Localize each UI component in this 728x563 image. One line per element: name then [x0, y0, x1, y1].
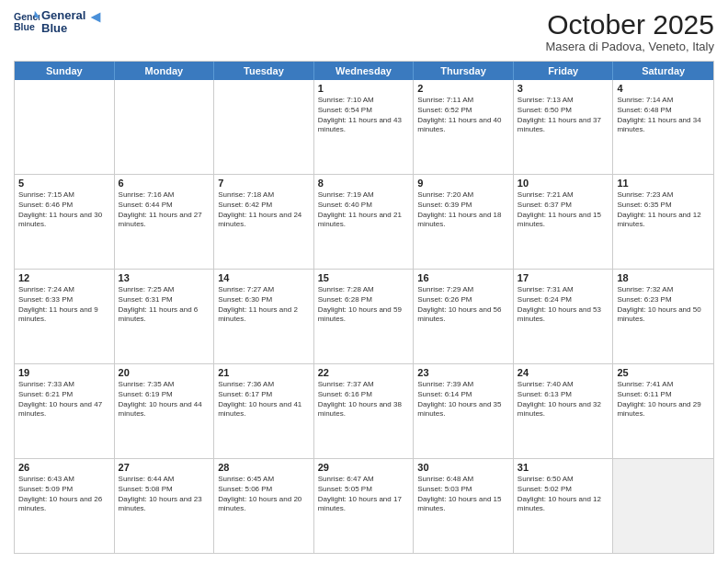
calendar-cell: 14Sunrise: 7:27 AMSunset: 6:30 PMDayligh… — [214, 270, 314, 363]
calendar-cell: 12Sunrise: 7:24 AMSunset: 6:33 PMDayligh… — [15, 270, 115, 363]
day-info: Sunrise: 7:32 AMSunset: 6:23 PMDaylight:… — [617, 285, 710, 325]
calendar-cell: 31Sunrise: 6:50 AMSunset: 5:02 PMDayligh… — [514, 459, 614, 553]
logo-arrow-icon — [87, 9, 104, 26]
calendar: SundayMondayTuesdayWednesdayThursdayFrid… — [14, 61, 714, 554]
day-info: Sunrise: 7:23 AMSunset: 6:35 PMDaylight:… — [617, 190, 710, 230]
day-header-saturday: Saturday — [613, 62, 713, 80]
day-number: 8 — [318, 178, 410, 189]
day-number: 20 — [119, 367, 210, 378]
day-number: 26 — [18, 462, 110, 473]
day-info: Sunrise: 7:41 AMSunset: 6:11 PMDaylight:… — [617, 380, 710, 419]
calendar-cell: 15Sunrise: 7:28 AMSunset: 6:28 PMDayligh… — [314, 270, 415, 363]
logo-line2: Blue — [41, 22, 85, 35]
calendar-cell: 8Sunrise: 7:19 AMSunset: 6:40 PMDaylight… — [314, 175, 415, 269]
calendar-header: SundayMondayTuesdayWednesdayThursdayFrid… — [15, 62, 713, 80]
day-info: Sunrise: 7:18 AMSunset: 6:42 PMDaylight:… — [218, 190, 310, 230]
day-number: 16 — [417, 272, 509, 283]
calendar-cell: 22Sunrise: 7:37 AMSunset: 6:16 PMDayligh… — [314, 364, 415, 458]
calendar-week-4: 19Sunrise: 7:33 AMSunset: 6:21 PMDayligh… — [15, 364, 713, 459]
calendar-cell: 10Sunrise: 7:21 AMSunset: 6:37 PMDayligh… — [514, 175, 614, 269]
day-info: Sunrise: 7:35 AMSunset: 6:19 PMDaylight:… — [119, 380, 210, 419]
day-header-tuesday: Tuesday — [214, 62, 314, 80]
day-number: 24 — [518, 367, 609, 378]
calendar-cell: 13Sunrise: 7:25 AMSunset: 6:31 PMDayligh… — [115, 270, 215, 363]
day-info: Sunrise: 7:40 AMSunset: 6:13 PMDaylight:… — [518, 380, 609, 419]
day-info: Sunrise: 6:43 AMSunset: 5:09 PMDaylight:… — [18, 475, 110, 514]
day-info: Sunrise: 7:25 AMSunset: 6:31 PMDaylight:… — [119, 285, 210, 325]
day-info: Sunrise: 7:37 AMSunset: 6:16 PMDaylight:… — [318, 380, 410, 419]
day-info: Sunrise: 7:33 AMSunset: 6:21 PMDaylight:… — [18, 380, 110, 419]
calendar-week-3: 12Sunrise: 7:24 AMSunset: 6:33 PMDayligh… — [15, 270, 713, 364]
calendar-cell: 25Sunrise: 7:41 AMSunset: 6:11 PMDayligh… — [613, 364, 713, 458]
calendar-cell — [214, 80, 314, 174]
calendar-cell — [15, 80, 115, 174]
day-info: Sunrise: 6:47 AMSunset: 5:05 PMDaylight:… — [318, 475, 410, 514]
calendar-cell: 17Sunrise: 7:31 AMSunset: 6:24 PMDayligh… — [514, 270, 614, 363]
day-info: Sunrise: 7:31 AMSunset: 6:24 PMDaylight:… — [518, 285, 609, 325]
day-number: 13 — [119, 272, 210, 283]
month-title: October 2025 — [545, 9, 714, 40]
day-number: 15 — [318, 272, 410, 283]
day-info: Sunrise: 7:29 AMSunset: 6:26 PMDaylight:… — [417, 285, 509, 325]
calendar-cell: 19Sunrise: 7:33 AMSunset: 6:21 PMDayligh… — [15, 364, 115, 458]
day-number: 5 — [18, 178, 110, 189]
day-info: Sunrise: 7:19 AMSunset: 6:40 PMDaylight:… — [318, 190, 410, 230]
day-number: 23 — [417, 367, 509, 378]
title-block: October 2025 Masera di Padova, Veneto, I… — [545, 9, 714, 53]
day-number: 18 — [617, 272, 710, 283]
day-number: 25 — [617, 367, 710, 378]
location-subtitle: Masera di Padova, Veneto, Italy — [545, 40, 714, 53]
day-info: Sunrise: 7:21 AMSunset: 6:37 PMDaylight:… — [518, 190, 609, 230]
day-number: 22 — [318, 367, 410, 378]
day-info: Sunrise: 6:45 AMSunset: 5:06 PMDaylight:… — [218, 475, 310, 514]
day-info: Sunrise: 7:14 AMSunset: 6:48 PMDaylight:… — [617, 96, 710, 135]
calendar-cell: 7Sunrise: 7:18 AMSunset: 6:42 PMDaylight… — [214, 175, 314, 269]
day-header-thursday: Thursday — [414, 62, 514, 80]
day-info: Sunrise: 7:27 AMSunset: 6:30 PMDaylight:… — [218, 285, 310, 325]
day-info: Sunrise: 7:36 AMSunset: 6:17 PMDaylight:… — [218, 380, 310, 419]
day-info: Sunrise: 6:44 AMSunset: 5:08 PMDaylight:… — [119, 475, 210, 514]
calendar-cell: 9Sunrise: 7:20 AMSunset: 6:39 PMDaylight… — [414, 175, 514, 269]
calendar-cell: 3Sunrise: 7:13 AMSunset: 6:50 PMDaylight… — [514, 80, 614, 174]
day-header-monday: Monday — [115, 62, 215, 80]
day-header-friday: Friday — [514, 62, 614, 80]
day-number: 19 — [18, 367, 110, 378]
day-info: Sunrise: 7:28 AMSunset: 6:28 PMDaylight:… — [318, 285, 410, 325]
calendar-cell: 23Sunrise: 7:39 AMSunset: 6:14 PMDayligh… — [414, 364, 514, 458]
calendar-cell: 1Sunrise: 7:10 AMSunset: 6:54 PMDaylight… — [314, 80, 415, 174]
svg-marker-4 — [91, 13, 101, 23]
calendar-cell — [613, 459, 713, 553]
calendar-cell: 27Sunrise: 6:44 AMSunset: 5:08 PMDayligh… — [115, 459, 215, 553]
day-number: 1 — [318, 83, 410, 94]
calendar-body: 1Sunrise: 7:10 AMSunset: 6:54 PMDaylight… — [15, 80, 713, 553]
day-number: 31 — [518, 462, 609, 473]
calendar-cell: 16Sunrise: 7:29 AMSunset: 6:26 PMDayligh… — [414, 270, 514, 363]
day-number: 10 — [518, 178, 609, 189]
day-info: Sunrise: 7:20 AMSunset: 6:39 PMDaylight:… — [417, 190, 509, 230]
day-info: Sunrise: 6:48 AMSunset: 5:03 PMDaylight:… — [417, 475, 509, 514]
logo-line1: General — [41, 9, 85, 22]
day-number: 2 — [417, 83, 509, 94]
calendar-cell: 4Sunrise: 7:14 AMSunset: 6:48 PMDaylight… — [613, 80, 713, 174]
calendar-cell: 26Sunrise: 6:43 AMSunset: 5:09 PMDayligh… — [15, 459, 115, 553]
day-number: 11 — [617, 178, 710, 189]
day-header-sunday: Sunday — [15, 62, 115, 80]
day-header-wednesday: Wednesday — [314, 62, 415, 80]
day-number: 7 — [218, 178, 310, 189]
day-info: Sunrise: 7:10 AMSunset: 6:54 PMDaylight:… — [318, 96, 410, 135]
calendar-cell: 21Sunrise: 7:36 AMSunset: 6:17 PMDayligh… — [214, 364, 314, 458]
day-number: 17 — [518, 272, 609, 283]
day-info: Sunrise: 7:39 AMSunset: 6:14 PMDaylight:… — [417, 380, 509, 419]
day-number: 9 — [417, 178, 509, 189]
calendar-cell: 24Sunrise: 7:40 AMSunset: 6:13 PMDayligh… — [514, 364, 614, 458]
calendar-cell: 20Sunrise: 7:35 AMSunset: 6:19 PMDayligh… — [115, 364, 215, 458]
calendar-cell: 2Sunrise: 7:11 AMSunset: 6:52 PMDaylight… — [414, 80, 514, 174]
page-header: General Blue General Blue October 2025 M… — [14, 9, 714, 53]
day-number: 4 — [617, 83, 710, 94]
day-number: 27 — [119, 462, 210, 473]
day-number: 12 — [18, 272, 110, 283]
day-info: Sunrise: 7:16 AMSunset: 6:44 PMDaylight:… — [119, 190, 210, 230]
calendar-cell: 28Sunrise: 6:45 AMSunset: 5:06 PMDayligh… — [214, 459, 314, 553]
day-info: Sunrise: 7:11 AMSunset: 6:52 PMDaylight:… — [417, 96, 509, 135]
logo: General Blue General Blue — [14, 9, 104, 36]
